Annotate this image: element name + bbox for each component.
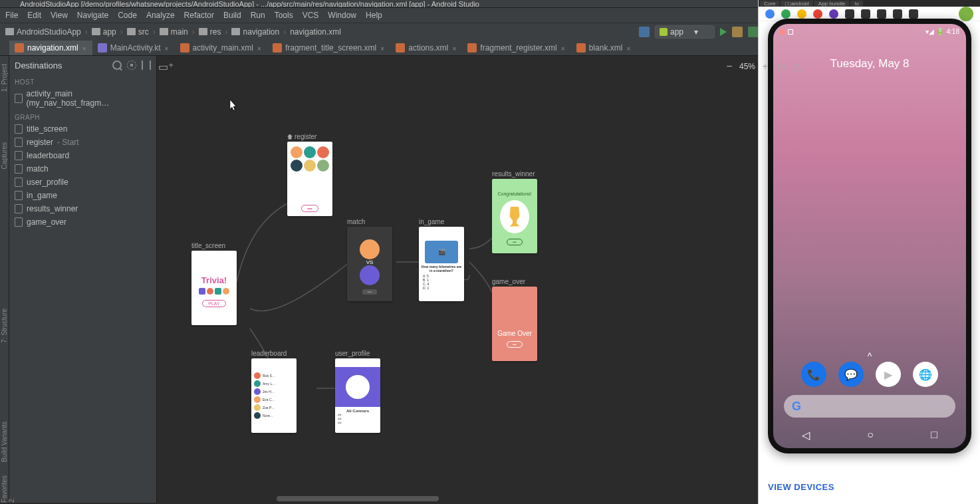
node-user-profile[interactable]: user_profile Ali Connors ###### [335,350,380,433]
phone-search-bar[interactable]: G [784,395,955,418]
node-title-screen[interactable]: title_screen Trivia! PLAY [191,242,237,325]
filter-icon[interactable] [142,61,151,70]
app-icon[interactable] [829,9,838,19]
menu-view[interactable]: View [51,11,68,20]
close-icon[interactable]: × [451,45,457,51]
breadcrumb[interactable]: AndroidStudioApp [5,27,81,37]
warnings-icon[interactable]: ⚠ [791,61,803,72]
breadcrumb[interactable]: src [127,27,149,37]
dest-title-screen[interactable]: title_screen [9,122,156,136]
sync-icon[interactable] [639,27,650,37]
close-icon[interactable]: × [560,45,566,51]
nav-canvas[interactable]: ▭⁺ − 45% + ⊙ ⚠ register [157,56,806,503]
menu-refactor[interactable]: Refactor [184,11,214,20]
breadcrumb[interactable]: res [199,27,221,37]
node-leaderboard[interactable]: leaderboard Rob S… Amy L… Jim H… Eva C… … [251,350,297,433]
menu-vcs[interactable]: VCS [303,11,319,20]
avatar-icon[interactable] [959,7,973,21]
node-results-winner[interactable]: results_winner Congratulations! ••• [492,170,537,253]
menu-analyze[interactable]: Analyze [146,11,175,20]
browser-tab[interactable]: (1) android [781,1,812,7]
add-destination-icon[interactable]: ▭⁺ [160,61,172,72]
structure-tool[interactable]: 7: Structure [1,309,8,343]
horizontal-scrollbar[interactable] [277,496,439,501]
dest-register[interactable]: register - Start [9,136,156,149]
close-icon[interactable]: × [164,45,170,51]
tab-activity-main[interactable]: activity_main.xml× [175,41,267,55]
chrome-icon[interactable]: 🌐 [913,362,938,387]
menu-help[interactable]: Help [366,11,382,20]
dest-game-over[interactable]: game_over [9,215,156,229]
menu-edit[interactable]: Edit [27,11,41,20]
node-in-game[interactable]: in_game 🎬 How many kilometres are in a m… [419,218,464,301]
app-drawer-handle[interactable]: ^ [773,351,966,362]
debug-icon[interactable] [748,27,759,37]
breadcrumb[interactable]: navigation [231,27,279,37]
zoom-out-icon[interactable]: − [723,61,735,72]
node-register[interactable]: register ••• [287,133,332,216]
phone-screen[interactable]: ▾◢ 🔋 4:18 Tuesday, May 8 ^ 📞 💬 ▶ 🌐 G ◁ ○… [773,24,966,448]
menu-window[interactable]: Window [328,11,356,20]
tab-blank[interactable]: blank.xml× [571,41,637,55]
menu-tools[interactable]: Tools [275,11,293,20]
dest-results-winner[interactable]: results_winner [9,202,156,215]
gear-icon[interactable] [127,61,136,70]
node-match[interactable]: match VS ••• [347,218,392,301]
favorites-tool[interactable]: 2: Favorites [1,475,15,503]
browser-tab[interactable]: Io [850,1,863,7]
breadcrumb[interactable]: navigation.xml [290,27,341,37]
app-icon[interactable] [845,9,854,19]
close-icon[interactable]: × [82,45,87,51]
close-icon[interactable]: × [380,45,385,51]
tab-fragment-title[interactable]: fragment_title_screen.xml× [267,41,390,55]
browser-tab[interactable]: Core [760,1,779,7]
menu-code[interactable]: Code [118,11,137,20]
mouse-cursor [230,100,238,112]
menu-navigate[interactable]: Navigate [77,11,108,20]
build-variants-tool[interactable]: Build Variants [1,422,8,462]
search-icon[interactable] [112,61,122,70]
dest-in-game[interactable]: in_game [9,189,156,202]
close-icon[interactable]: × [626,45,631,51]
tab-fragment-register[interactable]: fragment_register.xml× [462,41,570,55]
view-devices-link[interactable]: VIEW DEVICES [768,473,834,501]
app-icon[interactable] [877,9,886,19]
captures-tool[interactable]: Captures [1,142,8,170]
home-button[interactable]: ○ [867,429,874,441]
menu-run[interactable]: Run [251,11,265,20]
run-button[interactable] [720,28,727,36]
messages-app-icon[interactable]: 💬 [838,362,864,387]
app-icon[interactable] [861,9,870,19]
recents-button[interactable]: □ [931,429,937,441]
browser-tab[interactable]: App bundle [814,1,849,7]
breadcrumb[interactable]: app [92,27,116,37]
app-icon[interactable] [893,9,902,19]
app-icon[interactable] [765,9,775,19]
app-icon[interactable] [909,9,918,19]
app-icon[interactable] [781,9,791,19]
app-icon[interactable] [797,9,806,19]
home-icon [287,134,293,140]
run-config-select[interactable]: app ▾ [655,25,715,39]
project-tool[interactable]: 1: Project [1,64,8,92]
app-icon[interactable] [813,9,822,19]
node-game-over[interactable]: game_over Game Over ••• [492,278,537,361]
close-icon[interactable]: × [257,45,262,51]
tab-mainactivity[interactable]: MainActivity.kt× [92,41,175,55]
apply-changes-icon[interactable] [732,27,743,37]
back-button[interactable]: ◁ [802,429,810,441]
zoom-fit-icon[interactable]: ⊙ [775,61,787,72]
tab-navigation[interactable]: navigation.xml× [9,41,92,55]
tab-actions[interactable]: actions.xml× [390,41,462,55]
menu-file[interactable]: File [5,11,18,20]
dest-user-profile[interactable]: user_profile [9,176,156,189]
host-item[interactable]: activity_main (my_nav_host_fragm… [9,87,156,110]
zoom-in-icon[interactable]: + [759,61,771,72]
phone-app-icon[interactable]: 📞 [801,362,826,387]
phone-emulator: ▾◢ 🔋 4:18 Tuesday, May 8 ^ 📞 💬 ▶ 🌐 G ◁ ○… [768,19,971,453]
dest-leaderboard[interactable]: leaderboard [9,149,156,162]
menu-build[interactable]: Build [223,11,241,20]
dest-match[interactable]: match [9,162,156,176]
breadcrumb[interactable]: main [160,27,188,37]
play-store-icon[interactable]: ▶ [876,362,901,387]
